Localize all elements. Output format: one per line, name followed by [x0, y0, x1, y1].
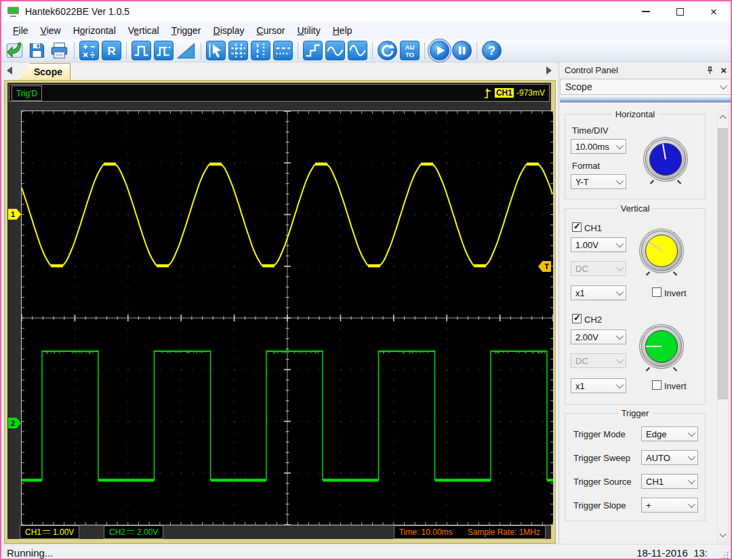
- scope-panel: Trig'D CH1 -973mV 1 2 T CH1: [4, 80, 556, 544]
- wave1-button[interactable]: [325, 41, 345, 60]
- trigger-readout: CH1 -973mV: [484, 87, 545, 99]
- close-button[interactable]: ×: [697, 1, 731, 22]
- trigger-source-select[interactable]: CH1: [641, 474, 698, 489]
- wave2-button[interactable]: [348, 41, 367, 60]
- tab-scope[interactable]: Scope: [19, 63, 70, 80]
- horizontal-knob[interactable]: [645, 139, 686, 180]
- tab-scroll-right-icon[interactable]: [546, 66, 552, 75]
- wave2-icon: [348, 41, 367, 60]
- close-icon: ×: [710, 6, 717, 18]
- cursor-button[interactable]: [206, 41, 226, 60]
- tab-scroll-left-icon[interactable]: [7, 66, 12, 75]
- ch1-position-knob[interactable]: [641, 231, 682, 271]
- ch1-invert-checkbox[interactable]: [652, 287, 662, 297]
- print-button[interactable]: [49, 41, 69, 60]
- ch2-position-marker[interactable]: 2: [8, 418, 21, 428]
- status-text: Running...: [7, 547, 53, 559]
- refresh-button[interactable]: [378, 41, 397, 60]
- ch2-coupling-select: DC: [571, 353, 626, 368]
- chevron-down-icon: [616, 177, 624, 184]
- svg-text:TO: TO: [405, 51, 415, 58]
- menu-trigger[interactable]: Trigger: [165, 22, 207, 39]
- menu-display[interactable]: Display: [207, 22, 251, 39]
- svg-text:?: ?: [488, 44, 495, 58]
- tab-scope-label: Scope: [27, 66, 62, 77]
- scroll-down-icon[interactable]: [718, 530, 728, 542]
- ch2-position-knob[interactable]: [641, 326, 682, 367]
- resize-grip[interactable]: [720, 551, 729, 559]
- help-button[interactable]: ?: [482, 41, 502, 60]
- auto-icon: AUTO: [401, 41, 419, 60]
- title-bar: Hantek6022BE Ver 1.0.5 ×: [1, 1, 731, 22]
- waveform-svg: [22, 111, 553, 525]
- scope-readout-bar: CH1 1.00V CH2 2.00V Time: 10.00ms Sample…: [9, 525, 550, 539]
- trigger-sweep-value: AUTO: [646, 453, 670, 463]
- print-icon: [49, 41, 69, 60]
- math-icon: [80, 41, 98, 60]
- pause-icon: [453, 41, 471, 60]
- wave1-icon: [326, 41, 344, 60]
- scroll-up-icon[interactable]: [718, 111, 728, 122]
- pause-button[interactable]: [452, 41, 472, 60]
- control-panel-close-icon[interactable]: ×: [720, 65, 727, 75]
- minimize-button[interactable]: [629, 1, 663, 22]
- pin-icon[interactable]: [706, 66, 714, 75]
- menu-utility[interactable]: Utility: [291, 22, 326, 39]
- ch2-label: CH2: [584, 315, 602, 325]
- math-button[interactable]: [79, 41, 99, 60]
- ramp-button[interactable]: [176, 41, 196, 60]
- step-button[interactable]: [303, 41, 323, 60]
- time-samplerate-readout: Time: 10.00ms Sample Rate: 1MHz: [394, 525, 546, 539]
- panel-mode-value: Scope: [565, 81, 592, 92]
- ch1-scale-select[interactable]: 1.00V: [571, 237, 626, 252]
- time-div-select[interactable]: 10.00ms: [571, 139, 626, 154]
- format-select[interactable]: Y-T: [571, 174, 626, 189]
- control-panel-title: Control Panel: [565, 65, 618, 75]
- maximize-button[interactable]: [663, 1, 697, 22]
- menu-vertical[interactable]: Vertical: [122, 22, 165, 39]
- trigger-slope-select[interactable]: +: [641, 498, 698, 513]
- menu-horizontal[interactable]: Horizontal: [67, 22, 122, 39]
- maximize-icon: [676, 8, 684, 16]
- vcursors-button[interactable]: [251, 41, 270, 60]
- toolbar-separator: [476, 42, 477, 60]
- trigger-sweep-select[interactable]: AUTO: [641, 450, 698, 465]
- menu-view[interactable]: View: [35, 22, 67, 39]
- menu-file[interactable]: File: [7, 22, 35, 39]
- grid-icon: [229, 41, 247, 60]
- time-div-value: 10.00ms: [575, 142, 609, 152]
- play-button[interactable]: [430, 41, 449, 60]
- ch1-position-marker[interactable]: 1: [8, 209, 21, 220]
- panel-scrollbar[interactable]: [717, 110, 729, 542]
- refresh-icon: [378, 41, 396, 60]
- ch1-probe-select[interactable]: x1: [571, 285, 626, 300]
- chevron-down-icon: [616, 288, 624, 296]
- scrollbar-thumb[interactable]: [718, 128, 728, 399]
- waveform-display: [21, 111, 554, 525]
- ch2-scale-select[interactable]: 2.00V: [571, 329, 626, 344]
- chevron-down-icon: [616, 381, 624, 388]
- panel-mode-select[interactable]: Scope: [560, 79, 731, 95]
- menu-cursor[interactable]: Cursor: [250, 22, 291, 39]
- trig-status-box: Trig'D: [12, 85, 42, 101]
- trigger-mode-select[interactable]: Edge: [641, 426, 698, 441]
- play-icon: [430, 41, 449, 60]
- trigger-mode-label: Trigger Mode: [573, 429, 626, 439]
- auto-button[interactable]: AUTO: [400, 41, 420, 60]
- ch1-coupling-value: DC: [575, 264, 588, 274]
- time-readout: Time: 10.00ms: [399, 527, 453, 537]
- save-button[interactable]: [27, 41, 47, 60]
- toolbar-separator: [424, 42, 425, 60]
- ch1-enable-checkbox[interactable]: [572, 222, 582, 232]
- ch2-probe-select[interactable]: x1: [571, 378, 626, 393]
- pulse-button[interactable]: [131, 41, 151, 60]
- hcursors-button[interactable]: [273, 41, 293, 60]
- grid-button[interactable]: [228, 41, 248, 60]
- ref-button[interactable]: R: [102, 41, 121, 60]
- open-button[interactable]: [5, 41, 24, 60]
- pulse2-button[interactable]: [154, 41, 174, 60]
- trigger-sweep-label: Trigger Sweep: [573, 453, 630, 463]
- ch2-invert-checkbox[interactable]: [652, 380, 662, 390]
- menu-help[interactable]: Help: [327, 22, 359, 39]
- ch2-enable-checkbox[interactable]: [572, 314, 582, 323]
